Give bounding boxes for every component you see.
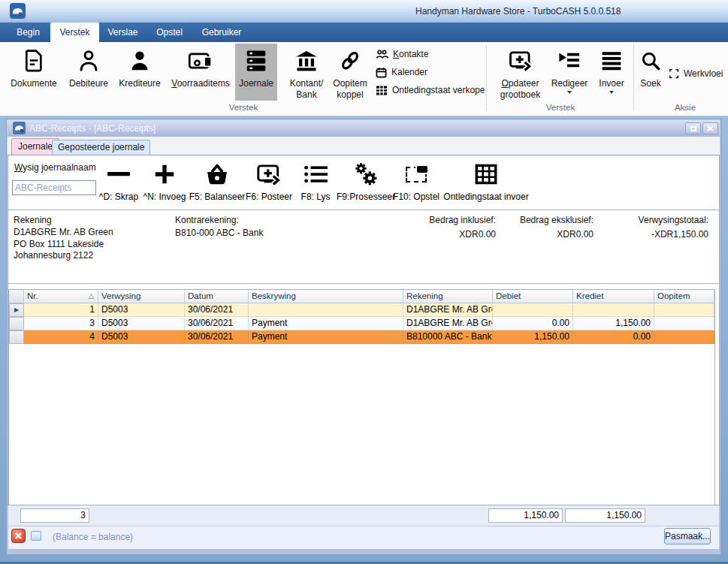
rekening-address-2: Johannesburg 2122	[14, 250, 113, 262]
ribbon-button-voorraaditems[interactable]: Voorraaditems	[166, 44, 235, 101]
close-button[interactable]	[702, 122, 718, 134]
restore-button[interactable]	[685, 122, 701, 134]
balanseer-button[interactable]: F5: Balanseer	[187, 159, 247, 202]
menu-tab-gebruiker[interactable]: Gebruiker	[195, 23, 249, 42]
ribbon-button-opdateer-grootboek[interactable]: Opdateer grootboek	[488, 44, 552, 101]
ribbon-group-label-verstek: Verstek	[6, 103, 481, 112]
ribbon-button-werkvloei[interactable]: Werkvloei	[669, 66, 723, 81]
ribbon-button-soek[interactable]: Soek	[635, 44, 666, 101]
ontledingstaat-invoer-button[interactable]: Ontledingstaat invoer	[436, 159, 536, 202]
bedrag-eksklusief-value: XDR0.00	[503, 229, 594, 240]
gears-icon	[354, 159, 378, 189]
error-indicator-button[interactable]	[11, 529, 26, 543]
grid-header-rekening[interactable]: Rekening	[403, 290, 493, 303]
expand-corners-icon	[669, 68, 679, 79]
skrap-button[interactable]: ^D: Skrap	[96, 159, 141, 202]
ribbon: Dokumente Debiteure Krediteure	[0, 42, 728, 116]
opstel-button[interactable]: F10: Opstel	[390, 159, 443, 202]
turbocash-app-icon	[10, 3, 26, 19]
krediet-total-box: 1,150.00	[565, 508, 645, 523]
menu-tab-begin[interactable]: Begin	[8, 23, 49, 42]
grid-header-debiet[interactable]: Debiet	[493, 290, 573, 303]
window-title: Handyman Hardware Store - TurboCASH 5.0.…	[415, 6, 621, 17]
current-row-arrow-icon	[14, 307, 19, 313]
rekening-details: D1ABGRE Mr. AB Green PO Box 1111 Lakesid…	[14, 227, 113, 262]
turbocash-main-window: Handyman Hardware Store - TurboCASH 5.0.…	[0, 0, 728, 564]
pasmaak-button[interactable]: Pasmaak...	[664, 528, 711, 544]
tab-geposteerde-joernale[interactable]: Geposteerde joernale	[52, 140, 150, 155]
ribbon-button-redigeer[interactable]: Redigeer	[548, 44, 591, 101]
search-icon	[640, 44, 661, 78]
restore-icon	[690, 126, 696, 131]
ribbon-button-ontledingstaat-verkope[interactable]: Ontledingstaat verkope	[376, 83, 485, 98]
row-selector[interactable]	[9, 330, 24, 344]
grid-header-oopitem[interactable]: Oopitem	[654, 290, 714, 303]
invoeg-button[interactable]: ^N: Invoeg	[142, 159, 187, 202]
grid-header-nr[interactable]: Nr.	[24, 290, 98, 303]
row-count-box: 3	[20, 508, 89, 523]
chevron-down-icon	[567, 91, 572, 94]
menu-tab-opstel[interactable]: Opstel	[148, 23, 191, 42]
info-panel-separator	[8, 283, 719, 284]
sort-ascending-icon	[89, 290, 94, 303]
chain-link-icon	[339, 44, 361, 78]
plus-icon	[154, 159, 175, 189]
menu-tab-verslae[interactable]: Verslae	[100, 23, 146, 42]
grid-header-verwysing[interactable]: Verwysing	[98, 290, 185, 303]
main-titlebar: Handyman Hardware Store - TurboCASH 5.0.…	[0, 0, 728, 23]
ribbon-button-joernale[interactable]: Joernale	[235, 44, 277, 101]
red-x-icon	[15, 532, 22, 539]
journal-name-input[interactable]	[12, 180, 96, 195]
grid-row-2[interactable]: 3 D5003 30/06/2021 Payment D1ABGRE Mr. A…	[9, 317, 714, 330]
rekening-label: Rekening	[14, 215, 52, 225]
ribbon-group-label-aksie: Aksie	[645, 103, 726, 112]
verwysingstotaal-label: Verwysingstotaal:	[609, 215, 708, 225]
grid-header-beskrywing[interactable]: Beskrywing	[249, 290, 403, 303]
ribbon-button-kalender[interactable]: Kalender	[376, 65, 427, 80]
kontrarekening-value: B810-000 ABC - Bank	[175, 228, 263, 238]
kontrarekening-label: Kontrarekening:	[175, 215, 239, 225]
ribbon-group-label-verstek-2: Verstek	[488, 103, 633, 112]
chevron-down-icon	[609, 91, 614, 94]
grid-header-datum[interactable]: Datum	[185, 290, 249, 303]
ribbon-button-oopitem-koppel[interactable]: Oopitem koppel	[328, 44, 372, 101]
ribbon-button-debiteure[interactable]: Debiteure	[63, 44, 114, 101]
document-icon	[23, 44, 44, 78]
grid-row-1[interactable]: 1 D5003 30/06/2021 D1ABGRE Mr. AB Green	[9, 303, 714, 317]
close-icon	[707, 125, 714, 131]
basket-icon	[204, 159, 230, 189]
stacked-bars-icon	[245, 44, 267, 78]
ribbon-button-kontakte[interactable]: Kontakte	[376, 47, 428, 62]
grid-header-krediet[interactable]: Krediet	[573, 290, 654, 303]
row-selector[interactable]	[9, 303, 24, 317]
ribbon-button-invoer[interactable]: Invoer	[594, 44, 630, 101]
grid-table-icon	[376, 85, 388, 96]
status-message: (Balance = balance)	[53, 532, 133, 542]
ribbon-button-kontant-bank[interactable]: Kontant/ Bank	[283, 44, 330, 101]
bedrag-inklusief-value: XDR0.00	[406, 229, 496, 240]
grid-table-icon	[475, 159, 497, 189]
wysig-joernaalnaam-label: Wysig joernaalnaam	[14, 162, 96, 173]
grid-header-row: Nr. Verwysing Datum Beskrywing Rekening …	[9, 290, 714, 303]
scanner-device-icon	[188, 44, 213, 78]
journal-window-title: ABC-Receipts - [ABC-Receipts]	[29, 123, 156, 134]
posteer-button[interactable]: F6: Posteer	[243, 159, 295, 202]
ribbon-button-krediteure[interactable]: Krediteure	[114, 44, 165, 101]
rekening-address-1: PO Box 1111 Lakeside	[14, 239, 113, 251]
toolbar-separator	[8, 210, 719, 210]
menu-tab-verstek[interactable]: Verstek	[50, 23, 99, 42]
ribbon-group-separator	[633, 45, 634, 111]
prosesseer-button[interactable]: F9:Prosesseer	[335, 159, 397, 202]
balance-checkbox[interactable]	[31, 531, 41, 541]
grid-row-3[interactable]: 4 D5003 30/06/2021 Payment B810000 ABC -…	[9, 330, 714, 344]
turbocash-window-icon	[13, 122, 26, 134]
two-people-icon	[376, 49, 388, 59]
journal-grid: Nr. Verwysing Datum Beskrywing Rekening …	[8, 289, 715, 505]
person-filled-icon	[128, 44, 151, 78]
rekening-name: D1ABGRE Mr. AB Green	[14, 227, 113, 239]
lys-button[interactable]: F8: Lys	[295, 159, 337, 202]
ribbon-button-dokumente[interactable]: Dokumente	[9, 44, 59, 101]
ribbon-group-separator	[486, 45, 487, 111]
row-selector[interactable]	[9, 317, 24, 330]
four-bars-icon	[600, 44, 623, 78]
